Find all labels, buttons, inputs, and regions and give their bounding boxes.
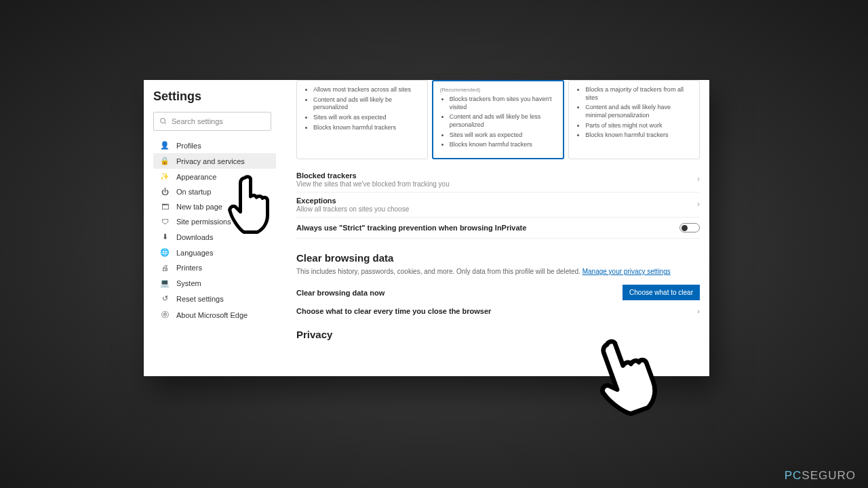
chevron-right-icon: › (697, 199, 700, 209)
tracking-cards: Allows most trackers across all sitesCon… (296, 80, 700, 159)
sidebar-item-label: New tab page (176, 203, 222, 211)
search-input[interactable]: Search settings (153, 112, 271, 131)
tracking-bullet: Parts of sites might not work (585, 122, 692, 130)
nav-icon: ⏻ (159, 188, 171, 196)
chevron-right-icon: › (697, 174, 700, 184)
sidebar-item-label: Printers (176, 264, 202, 272)
hand-cursor-icon (222, 173, 275, 241)
tracking-bullet: Blocks known harmful trackers (450, 141, 557, 149)
sidebar-item-label: Privacy and services (176, 157, 245, 165)
sidebar-item-system[interactable]: 💻System (153, 275, 276, 291)
nav-icon: 👤 (159, 141, 171, 150)
main-content: Allows most trackers across all sitesCon… (276, 80, 709, 376)
sidebar-item-profiles[interactable]: 👤Profiles (153, 138, 276, 153)
tracking-bullet: Blocks a majority of trackers from all s… (585, 86, 692, 102)
nav-icon: 🔒 (159, 157, 171, 165)
tracking-bullet: Sites will work as expected (450, 131, 557, 140)
clear-every-close-row[interactable]: Choose what to clear every time you clos… (296, 307, 700, 315)
page-title: Settings (153, 89, 276, 104)
svg-point-0 (161, 119, 165, 123)
sidebar-item-languages[interactable]: 🌐Languages (153, 245, 276, 260)
blocked-trackers-title: Blocked trackers (296, 171, 700, 180)
nav-icon: 💻 (159, 279, 171, 287)
nav-icon: 🛡 (159, 218, 171, 226)
blocked-trackers-row[interactable]: Blocked trackers View the sites that we'… (296, 167, 700, 192)
tracking-bullets: Allows most trackers across all sitesCon… (304, 86, 420, 131)
strict-toggle[interactable] (679, 223, 700, 232)
nav-icon: 🗔 (159, 203, 171, 211)
manage-privacy-link[interactable]: Manage your privacy settings (583, 268, 671, 275)
sidebar-item-label: On startup (176, 188, 211, 196)
tracking-card[interactable]: Blocks a majority of trackers from all s… (568, 80, 700, 159)
sidebar-item-label: Languages (176, 249, 213, 257)
nav-icon: ✨ (159, 172, 171, 181)
clear-every-close-label: Choose what to clear every time you clos… (296, 307, 491, 315)
sidebar-item-reset-settings[interactable]: ↺Reset settings (153, 291, 276, 306)
exceptions-row[interactable]: Exceptions Allow all trackers on sites y… (296, 192, 700, 218)
sidebar-item-label: Reset settings (176, 295, 224, 303)
tracking-bullet: Content and ads will likely be less pers… (450, 113, 557, 129)
sidebar-item-label: About Microsoft Edge (176, 311, 248, 319)
sidebar-item-label: Profiles (176, 142, 201, 150)
sidebar-item-label: System (176, 279, 201, 287)
tracking-bullet: Blocks known harmful trackers (585, 131, 692, 140)
sidebar-item-printers[interactable]: 🖨Printers (153, 260, 276, 275)
nav-icon: 🌐 (159, 248, 171, 257)
nav-icon: ⓔ (159, 310, 171, 320)
tracking-bullet: Content and ads will likely have minimal… (585, 104, 692, 119)
tracking-bullet: Blocks trackers from sites you haven't v… (450, 96, 557, 111)
search-placeholder: Search settings (172, 117, 223, 125)
exceptions-sub: Allow all trackers on sites you choose (296, 205, 700, 213)
tracking-card[interactable]: (Recommended)Blocks trackers from sites … (432, 80, 565, 159)
choose-what-to-clear-button[interactable]: Choose what to clear (623, 285, 700, 300)
clear-browsing-data-title: Clear browsing data (296, 252, 700, 264)
blocked-trackers-sub: View the sites that we've blocked from t… (296, 180, 700, 188)
sidebar-item-about-microsoft-edge[interactable]: ⓔAbout Microsoft Edge (153, 306, 276, 323)
tracking-bullet: Sites will work as expected (313, 114, 420, 122)
chevron-right-icon: › (697, 307, 700, 315)
tracking-bullet: Blocks known harmful trackers (313, 124, 420, 132)
hand-cursor-icon (590, 333, 661, 425)
sidebar-item-privacy-and-services[interactable]: 🔒Privacy and services (153, 153, 276, 169)
tracking-bullet: Allows most trackers across all sites (313, 86, 420, 94)
strict-inprivate-row: Always use "Strict" tracking prevention … (296, 218, 700, 239)
tracking-bullets: Blocks a majority of trackers from all s… (576, 86, 692, 140)
strict-inprivate-label: Always use "Strict" tracking prevention … (296, 224, 526, 232)
sidebar-item-label: Downloads (176, 233, 213, 241)
sidebar-item-label: Appearance (176, 173, 216, 181)
nav-icon: ⬇ (159, 232, 171, 241)
tracking-bullet: Content and ads will likely be personali… (313, 96, 420, 112)
clear-now-row: Clear browsing data now Choose what to c… (296, 285, 700, 300)
tracking-bullets: Blocks trackers from sites you haven't v… (440, 96, 557, 149)
search-icon (159, 117, 167, 125)
clear-now-label: Clear browsing data now (296, 289, 384, 297)
watermark: PCSEGURO (785, 469, 856, 483)
clear-browsing-data-desc: This includes history, passwords, cookie… (296, 268, 700, 275)
nav-icon: 🖨 (159, 264, 171, 272)
recommended-label: (Recommended) (440, 87, 557, 93)
tracking-card[interactable]: Allows most trackers across all sitesCon… (296, 80, 428, 159)
exceptions-title: Exceptions (296, 197, 700, 205)
svg-line-1 (165, 123, 167, 125)
nav-icon: ↺ (159, 294, 171, 303)
